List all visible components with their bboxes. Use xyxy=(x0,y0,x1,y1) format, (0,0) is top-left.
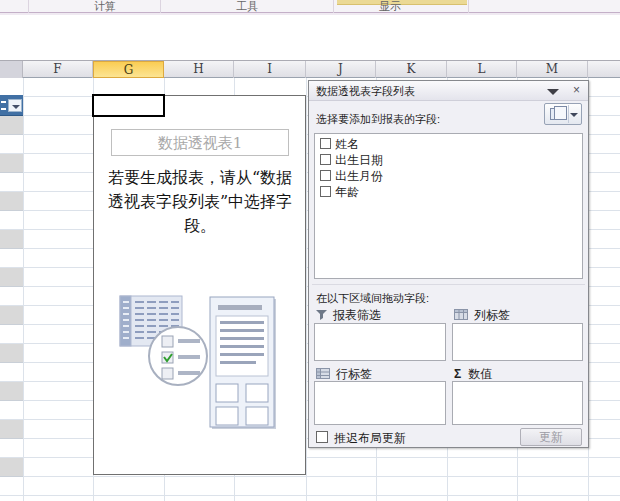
column-header-m[interactable]: M xyxy=(517,61,588,78)
field-label: 出生日期 xyxy=(335,153,383,167)
field-label: 出生月份 xyxy=(335,169,383,183)
ribbon-group-show: 显示 xyxy=(345,0,435,13)
field-list-layout-button[interactable] xyxy=(544,103,582,125)
pivot-placeholder-graphic xyxy=(106,292,294,452)
column-labels-drop-area[interactable] xyxy=(452,323,583,361)
field-checkbox[interactable] xyxy=(320,154,331,165)
field-label: 姓名 xyxy=(335,137,359,151)
area-label: 行标签 xyxy=(336,367,372,381)
column-header-partial[interactable] xyxy=(0,61,23,78)
column-labels-grid-icon xyxy=(454,309,468,320)
pivot-field-list-panel: 数据透视表字段列表 × 选择要添加到报表的字段: 姓名 出生日期 出生月份 年龄 xyxy=(308,80,589,448)
column-header-row: F G H I J K L M xyxy=(0,60,620,78)
field-item-name[interactable]: 姓名 xyxy=(320,137,577,153)
report-filter-area-header: 报表筛选 xyxy=(316,308,381,322)
chevron-down-icon xyxy=(570,113,578,117)
gridline xyxy=(306,78,307,501)
gridline xyxy=(23,78,24,501)
field-item-birthmonth[interactable]: 出生月份 xyxy=(320,169,577,185)
field-list-icon xyxy=(210,297,276,429)
choose-fields-label: 选择要添加到报表的字段: xyxy=(316,112,440,127)
pivot-table-placeholder: 数据透视表1 若要生成报表，请从“数据透视表字段列表”中选择字段。 xyxy=(93,95,306,475)
report-filter-drop-area[interactable] xyxy=(314,323,446,361)
selected-cell-g2[interactable] xyxy=(92,94,165,117)
clipped-table-header-cell xyxy=(0,95,23,116)
row-labels-area-header: 行标签 xyxy=(316,367,372,381)
pivot-table-name: 数据透视表1 xyxy=(111,129,289,156)
filter-dropdown-button[interactable] xyxy=(8,99,22,112)
area-label: 报表筛选 xyxy=(333,308,381,322)
drag-areas-label: 在以下区域间拖动字段: xyxy=(316,291,429,306)
area-label: 列标签 xyxy=(474,308,510,322)
field-list-layout-icon xyxy=(550,108,561,120)
chevron-down-icon xyxy=(12,105,20,109)
field-checkbox[interactable] xyxy=(320,170,331,181)
button-divider xyxy=(568,105,569,123)
pivot-placeholder-message: 若要生成报表，请从“数据透视表字段列表”中选择字段。 xyxy=(101,166,299,238)
filter-icon xyxy=(316,309,327,320)
ribbon-group-tools: 工具 xyxy=(202,0,292,13)
panel-menu-caret-icon[interactable] xyxy=(547,89,559,95)
column-header-f[interactable]: F xyxy=(23,61,93,78)
panel-titlebar[interactable]: 数据透视表字段列表 × xyxy=(309,81,588,101)
divider xyxy=(312,284,585,285)
ribbon-group-separator xyxy=(333,0,334,13)
field-label: 年龄 xyxy=(335,185,359,199)
sigma-icon: Σ xyxy=(454,367,461,381)
field-list-box: 姓名 出生日期 出生月份 年龄 xyxy=(314,133,583,279)
column-header-l[interactable]: L xyxy=(447,61,517,78)
magnifier-checkboxes-icon xyxy=(149,327,207,385)
column-header-k[interactable]: K xyxy=(376,61,447,78)
defer-layout-checkbox[interactable] xyxy=(316,431,328,443)
field-checkbox[interactable] xyxy=(320,186,331,197)
excel-window: 计算 工具 显示 F G H I J K L M 数据透视 xyxy=(0,0,620,501)
table-row-banding xyxy=(0,116,23,477)
column-header-g-selected[interactable]: G xyxy=(93,61,164,78)
panel-title: 数据透视表字段列表 xyxy=(316,81,415,101)
row-labels-grid-icon xyxy=(316,368,330,379)
row-labels-drop-area[interactable] xyxy=(314,381,446,425)
values-area-header: Σ数值 xyxy=(454,367,492,381)
field-checkbox[interactable] xyxy=(320,138,331,149)
ribbon-strip: 计算 工具 显示 xyxy=(0,0,620,13)
column-labels-area-header: 列标签 xyxy=(454,308,510,322)
close-icon[interactable]: × xyxy=(573,83,580,97)
ribbon-group-separator xyxy=(160,0,161,13)
column-header-j[interactable]: J xyxy=(306,61,376,78)
field-item-birthdate[interactable]: 出生日期 xyxy=(320,153,577,169)
ribbon-group-separator xyxy=(28,0,29,13)
clipped-header-text xyxy=(1,101,6,110)
ribbon-group-separator xyxy=(468,0,469,13)
defer-layout-update-row[interactable]: 推迟布局更新 xyxy=(316,431,406,445)
values-drop-area[interactable] xyxy=(452,381,583,425)
defer-layout-label: 推迟布局更新 xyxy=(334,431,406,445)
column-header-i[interactable]: I xyxy=(234,61,306,78)
column-header-h[interactable]: H xyxy=(164,61,234,78)
field-item-age[interactable]: 年龄 xyxy=(320,185,577,201)
update-button-disabled[interactable]: 更新 xyxy=(520,428,582,446)
area-label: 数值 xyxy=(468,367,492,381)
ribbon-group-calculate: 计算 xyxy=(60,0,150,13)
